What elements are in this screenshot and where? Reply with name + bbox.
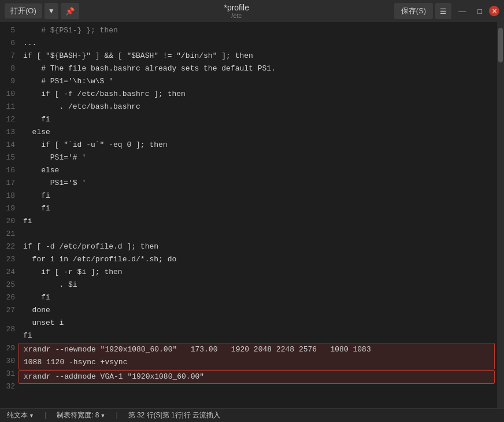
line-number: 6 bbox=[5, 37, 15, 50]
code-line: # The file bash.bashrc already sets the … bbox=[18, 62, 497, 75]
code-line: fi bbox=[18, 113, 497, 126]
close-button[interactable]: ✕ bbox=[489, 6, 499, 16]
line-number: 24 bbox=[5, 266, 15, 279]
tab-width-chevron: ▼ bbox=[100, 413, 105, 419]
code-line: fi bbox=[18, 330, 497, 342]
line-number: 31 bbox=[5, 368, 15, 380]
title-center: *profile /etc bbox=[79, 3, 394, 19]
line-number: 9 bbox=[5, 75, 15, 88]
line-number: 28 bbox=[5, 317, 15, 342]
code-line: # PS1='\h:\w\$ ' bbox=[18, 75, 497, 88]
code-line: ... bbox=[18, 37, 497, 50]
tab-width-dropdown[interactable]: 制表符宽度: 8 ▼ bbox=[57, 410, 105, 420]
text-type-label: 纯文本 bbox=[7, 410, 28, 420]
line-number: 23 bbox=[5, 253, 15, 266]
line-number: 12 bbox=[5, 113, 15, 126]
code-line: if [ -f /etc/bash.bashrc ]; then bbox=[18, 88, 497, 101]
code-line: PS1='$ ' bbox=[18, 177, 497, 190]
code-area[interactable]: # ${PS1-} }; then...if [ "${BASH-}" ] &&… bbox=[18, 22, 497, 408]
code-line: . /etc/bash.bashrc bbox=[18, 101, 497, 113]
line-number: 15 bbox=[5, 151, 15, 164]
line-number: 32 bbox=[5, 380, 15, 393]
line-number: 10 bbox=[5, 88, 15, 101]
minimize-button[interactable]: — bbox=[454, 5, 470, 18]
code-line: else bbox=[18, 126, 497, 139]
code-line: if [ "${BASH-}" ] && [ "$BASH" != "/bin/… bbox=[18, 50, 497, 62]
code-line: . $i bbox=[18, 279, 497, 291]
line-number: 19 bbox=[5, 202, 15, 215]
title-bar: 打开(O) ▼ 📌 *profile /etc 保存(S) ☰ — □ ✕ bbox=[0, 0, 504, 22]
open-dropdown[interactable]: ▼ bbox=[45, 3, 58, 19]
text-type-chevron: ▼ bbox=[29, 413, 34, 419]
scrollbar-thumb[interactable] bbox=[498, 28, 503, 62]
line-number: 8 bbox=[5, 62, 15, 75]
status-sep1: | bbox=[43, 412, 47, 420]
position-label: 第 32 行(S|第 1行|行 云流插入 bbox=[128, 410, 221, 420]
code-line bbox=[18, 228, 497, 240]
line-number: 18 bbox=[5, 190, 15, 202]
status-bar: 纯文本 ▼ | 制表符宽度: 8 ▼ | 第 32 行(S|第 1行|行 云流插… bbox=[0, 408, 504, 422]
line-number: 11 bbox=[5, 101, 15, 113]
pin-button[interactable]: 📌 bbox=[61, 3, 79, 19]
line-number: 21 bbox=[5, 228, 15, 240]
line-number: 30 bbox=[5, 355, 15, 368]
tab-width-label: 制表符宽度: 8 bbox=[57, 410, 99, 420]
code-line bbox=[18, 397, 497, 408]
line-numbers: 5678910111213141516171819202122232425262… bbox=[0, 22, 18, 408]
code-line: xrandr --newmode "1920x1080_60.00" 173.0… bbox=[18, 343, 495, 369]
code-line bbox=[18, 384, 497, 397]
code-line: if [ -r $i ]; then bbox=[18, 266, 497, 279]
line-number: 7 bbox=[5, 50, 15, 62]
filepath: /etc bbox=[79, 12, 394, 19]
code-line: unset i bbox=[18, 317, 497, 330]
open-label: 打开(O) bbox=[10, 6, 36, 16]
title-bar-left: 打开(O) ▼ 📌 bbox=[5, 3, 79, 19]
line-number: 13 bbox=[5, 126, 15, 139]
status-sep2: | bbox=[114, 412, 118, 420]
code-line: fi bbox=[18, 215, 497, 228]
line-number: 14 bbox=[5, 139, 15, 151]
code-line: done bbox=[18, 304, 497, 317]
code-line: fi bbox=[18, 291, 497, 304]
code-line: else bbox=[18, 164, 497, 177]
line-number: 22 bbox=[5, 240, 15, 253]
title-bar-right: 保存(S) ☰ — □ ✕ bbox=[394, 3, 499, 19]
line-number: 25 bbox=[5, 279, 15, 291]
code-line: PS1='# ' bbox=[18, 151, 497, 164]
menu-button[interactable]: ☰ bbox=[435, 3, 451, 19]
code-line: fi bbox=[18, 202, 497, 215]
save-button[interactable]: 保存(S) bbox=[394, 3, 433, 19]
editor-container: 5678910111213141516171819202122232425262… bbox=[0, 22, 504, 408]
code-line: if [ -d /etc/profile.d ]; then bbox=[18, 240, 497, 253]
line-number: 17 bbox=[5, 177, 15, 190]
line-number: 27 bbox=[5, 304, 15, 317]
code-line: fi bbox=[18, 190, 497, 202]
line-number: 20 bbox=[5, 215, 15, 228]
text-type-dropdown[interactable]: 纯文本 ▼ bbox=[7, 410, 34, 420]
line-number: 26 bbox=[5, 291, 15, 304]
open-button[interactable]: 打开(O) bbox=[5, 3, 42, 18]
scrollbar[interactable] bbox=[497, 22, 504, 408]
code-line: xrandr --addmode VGA-1 "1920x1080_60.00" bbox=[18, 370, 495, 384]
filename: *profile bbox=[79, 3, 394, 12]
maximize-button[interactable]: □ bbox=[473, 5, 487, 18]
code-line: for i in /etc/profile.d/*.sh; do bbox=[18, 253, 497, 266]
line-number: 5 bbox=[5, 24, 15, 37]
line-number: 16 bbox=[5, 164, 15, 177]
code-line: # ${PS1-} }; then bbox=[18, 24, 497, 37]
code-line: if [ "`id -u`" -eq 0 ]; then bbox=[18, 139, 497, 151]
line-number: 29 bbox=[5, 342, 15, 355]
